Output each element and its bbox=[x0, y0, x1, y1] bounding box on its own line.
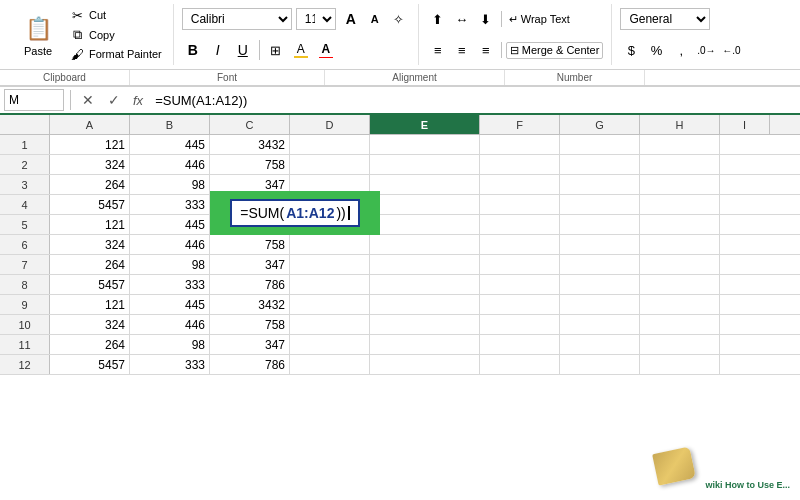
col-header-a[interactable]: A bbox=[50, 115, 130, 134]
align-top-button[interactable]: ⬆ bbox=[427, 8, 449, 30]
decrease-font-button[interactable]: A bbox=[364, 8, 386, 30]
cell-c11[interactable]: 347 bbox=[210, 335, 290, 354]
percent-button[interactable]: % bbox=[645, 39, 667, 61]
cut-button[interactable]: ✂ Cut bbox=[66, 7, 165, 24]
cell-h10[interactable] bbox=[640, 315, 720, 334]
clear-format-button[interactable]: ✧ bbox=[388, 8, 410, 30]
cell-g7[interactable] bbox=[560, 255, 640, 274]
col-header-c[interactable]: C bbox=[210, 115, 290, 134]
align-bottom-button[interactable]: ⬇ bbox=[475, 8, 497, 30]
cell-f7[interactable] bbox=[480, 255, 560, 274]
cell-f8[interactable] bbox=[480, 275, 560, 294]
number-format-select[interactable]: General bbox=[620, 8, 710, 30]
cell-e8[interactable] bbox=[370, 275, 480, 294]
cell-h7[interactable] bbox=[640, 255, 720, 274]
cell-e2[interactable] bbox=[370, 155, 480, 174]
col-header-f[interactable]: F bbox=[480, 115, 560, 134]
align-center-button[interactable]: ≡ bbox=[451, 39, 473, 61]
cell-a5[interactable]: 121 bbox=[50, 215, 130, 234]
fill-color-button[interactable]: A bbox=[290, 39, 312, 61]
cell-h1[interactable] bbox=[640, 135, 720, 154]
cell-e7[interactable] bbox=[370, 255, 480, 274]
cell-e6[interactable] bbox=[370, 235, 480, 254]
col-header-h[interactable]: H bbox=[640, 115, 720, 134]
cell-g12[interactable] bbox=[560, 355, 640, 374]
cell-b9[interactable]: 445 bbox=[130, 295, 210, 314]
cell-b7[interactable]: 98 bbox=[130, 255, 210, 274]
table-row[interactable]: 11214453432 bbox=[0, 135, 800, 155]
cell-d7[interactable] bbox=[290, 255, 370, 274]
cell-f5[interactable] bbox=[480, 215, 560, 234]
cell-f12[interactable] bbox=[480, 355, 560, 374]
table-row[interactable]: 326498347 bbox=[0, 175, 800, 195]
cell-c1[interactable]: 3432 bbox=[210, 135, 290, 154]
currency-button[interactable]: $ bbox=[620, 39, 642, 61]
cell-e10[interactable] bbox=[370, 315, 480, 334]
table-row[interactable]: 51214453432 bbox=[0, 215, 800, 235]
col-header-i[interactable]: I bbox=[720, 115, 770, 134]
cell-g10[interactable] bbox=[560, 315, 640, 334]
cell-d2[interactable] bbox=[290, 155, 370, 174]
copy-button[interactable]: ⧉ Copy bbox=[66, 26, 165, 44]
align-middle-button[interactable]: ↔ bbox=[451, 8, 473, 30]
merge-center-button[interactable]: ⊟ Merge & Center bbox=[506, 42, 604, 59]
cell-a11[interactable]: 264 bbox=[50, 335, 130, 354]
decrease-decimal-button[interactable]: ←.0 bbox=[720, 39, 742, 61]
cell-g2[interactable] bbox=[560, 155, 640, 174]
cell-f6[interactable] bbox=[480, 235, 560, 254]
cell-h8[interactable] bbox=[640, 275, 720, 294]
cancel-formula-button[interactable]: ✕ bbox=[77, 89, 99, 111]
cell-d10[interactable] bbox=[290, 315, 370, 334]
cell-e1[interactable] bbox=[370, 135, 480, 154]
cell-b10[interactable]: 446 bbox=[130, 315, 210, 334]
confirm-formula-button[interactable]: ✓ bbox=[103, 89, 125, 111]
comma-button[interactable]: , bbox=[670, 39, 692, 61]
cell-b2[interactable]: 446 bbox=[130, 155, 210, 174]
border-button[interactable]: ⊞ bbox=[265, 39, 287, 61]
increase-decimal-button[interactable]: .0→ bbox=[695, 39, 717, 61]
table-row[interactable]: 1126498347 bbox=[0, 335, 800, 355]
cell-g1[interactable] bbox=[560, 135, 640, 154]
cell-b12[interactable]: 333 bbox=[130, 355, 210, 374]
cell-e3[interactable] bbox=[370, 175, 480, 194]
name-box[interactable] bbox=[4, 89, 64, 111]
cell-f1[interactable] bbox=[480, 135, 560, 154]
cell-d1[interactable] bbox=[290, 135, 370, 154]
col-header-g[interactable]: G bbox=[560, 115, 640, 134]
cell-d9[interactable] bbox=[290, 295, 370, 314]
table-row[interactable]: 45457333786 bbox=[0, 195, 800, 215]
cell-c7[interactable]: 347 bbox=[210, 255, 290, 274]
cell-b1[interactable]: 445 bbox=[130, 135, 210, 154]
cell-h6[interactable] bbox=[640, 235, 720, 254]
formula-input[interactable] bbox=[151, 91, 796, 110]
col-header-b[interactable]: B bbox=[130, 115, 210, 134]
cell-b8[interactable]: 333 bbox=[130, 275, 210, 294]
font-color-button[interactable]: A bbox=[315, 39, 337, 61]
cell-a3[interactable]: 264 bbox=[50, 175, 130, 194]
cell-h5[interactable] bbox=[640, 215, 720, 234]
cell-a1[interactable]: 121 bbox=[50, 135, 130, 154]
cell-f9[interactable] bbox=[480, 295, 560, 314]
paste-button[interactable]: 📋 Paste bbox=[14, 8, 62, 61]
cell-h11[interactable] bbox=[640, 335, 720, 354]
cell-e5[interactable] bbox=[370, 215, 480, 234]
table-row[interactable]: 125457333786 bbox=[0, 355, 800, 375]
table-row[interactable]: 6324446758 bbox=[0, 235, 800, 255]
cell-d11[interactable] bbox=[290, 335, 370, 354]
bold-button[interactable]: B bbox=[182, 39, 204, 61]
cell-a9[interactable]: 121 bbox=[50, 295, 130, 314]
table-row[interactable]: 85457333786 bbox=[0, 275, 800, 295]
table-row[interactable]: 726498347 bbox=[0, 255, 800, 275]
cell-g3[interactable] bbox=[560, 175, 640, 194]
table-row[interactable]: 91214453432 bbox=[0, 295, 800, 315]
cell-a6[interactable]: 324 bbox=[50, 235, 130, 254]
cell-g6[interactable] bbox=[560, 235, 640, 254]
font-size-select[interactable]: 11 bbox=[296, 8, 336, 30]
cell-d12[interactable] bbox=[290, 355, 370, 374]
align-right-button[interactable]: ≡ bbox=[475, 39, 497, 61]
cell-a4[interactable]: 5457 bbox=[50, 195, 130, 214]
cell-h12[interactable] bbox=[640, 355, 720, 374]
font-name-select[interactable]: Calibri bbox=[182, 8, 292, 30]
cell-a8[interactable]: 5457 bbox=[50, 275, 130, 294]
cell-h3[interactable] bbox=[640, 175, 720, 194]
